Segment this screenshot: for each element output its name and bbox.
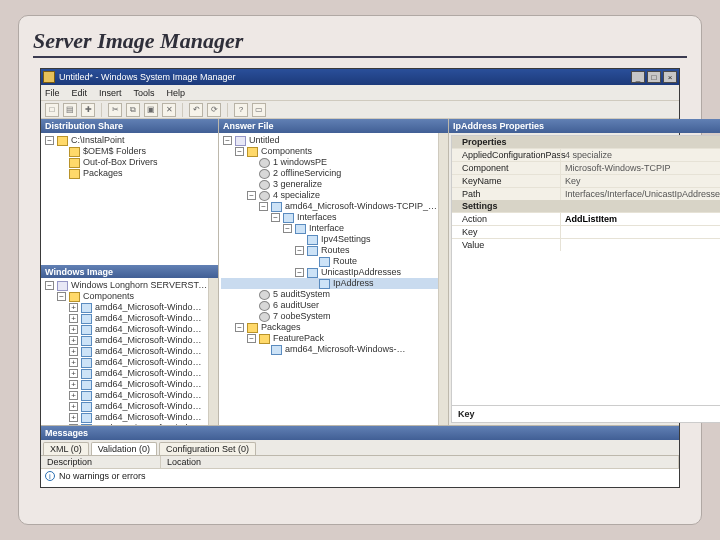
tree-node[interactable]: C:\InstalPoint bbox=[71, 135, 125, 146]
tree-node[interactable]: 6 auditUser bbox=[273, 300, 319, 311]
menu-help[interactable]: Help bbox=[167, 88, 186, 98]
tree-node[interactable]: Interface bbox=[309, 223, 344, 234]
expander-icon[interactable]: + bbox=[69, 413, 78, 422]
tree-node[interactable]: amd64_Microsoft-Windows-Intern… bbox=[95, 401, 208, 412]
menu-tools[interactable]: Tools bbox=[134, 88, 155, 98]
expander-icon[interactable]: + bbox=[69, 303, 78, 312]
tree-node[interactable]: Packages bbox=[83, 168, 123, 179]
messages-col-location[interactable]: Location bbox=[161, 456, 679, 468]
messages-tab-validation[interactable]: Validation (0) bbox=[91, 442, 157, 455]
expander-icon[interactable]: + bbox=[69, 402, 78, 411]
tree-node[interactable]: FeaturePack bbox=[273, 333, 324, 344]
tree-node[interactable]: Interfaces bbox=[297, 212, 337, 223]
toolbar-undo-icon[interactable]: ↶ bbox=[189, 103, 203, 117]
expander-icon[interactable]: + bbox=[69, 358, 78, 367]
prop-value: 4 specialize bbox=[560, 149, 720, 161]
toolbar-cut-icon[interactable]: ✂ bbox=[108, 103, 122, 117]
expander-icon[interactable]: − bbox=[235, 147, 244, 156]
tree-node[interactable]: amd64_Microsoft-Windows-Intern… bbox=[95, 412, 208, 423]
tree-node[interactable]: 1 windowsPE bbox=[273, 157, 327, 168]
expander-icon[interactable]: − bbox=[295, 246, 304, 255]
tree-node[interactable]: amd64_Microsoft-Windows-IE-ES… bbox=[95, 379, 208, 390]
tree-node[interactable]: Ipv4Settings bbox=[321, 234, 371, 245]
tree-node[interactable]: $OEM$ Folders bbox=[83, 146, 146, 157]
tree-node[interactable]: Untitled bbox=[249, 135, 280, 146]
toolbar-delete-icon[interactable]: ✕ bbox=[162, 103, 176, 117]
scrollbar[interactable] bbox=[438, 133, 448, 425]
tree-node[interactable]: amd64_Microsoft-Windows-… bbox=[285, 344, 406, 355]
expander-icon[interactable]: − bbox=[247, 191, 256, 200]
tree-node[interactable]: amd64_Microsoft-Windows-ErrorR… bbox=[95, 346, 208, 357]
toolbar-help-icon[interactable]: ? bbox=[234, 103, 248, 117]
minimize-button[interactable]: _ bbox=[631, 71, 645, 83]
toolbar-open-icon[interactable]: ▤ bbox=[63, 103, 77, 117]
scrollbar[interactable] bbox=[208, 278, 218, 425]
messages-tab-configset[interactable]: Configuration Set (0) bbox=[159, 442, 256, 455]
distribution-share-tree[interactable]: −C:\InstalPoint $OEM$ Folders Out-of-Box… bbox=[41, 133, 218, 265]
prop-value[interactable]: AddListItem bbox=[560, 213, 720, 225]
expander-icon[interactable]: + bbox=[69, 314, 78, 323]
tree-node[interactable]: amd64_Microsoft-Windows-Brow… bbox=[95, 302, 208, 313]
window-title: Untitled* - Windows System Image Manager bbox=[59, 72, 236, 82]
expander-icon[interactable]: − bbox=[45, 136, 54, 145]
expander-icon[interactable]: − bbox=[283, 224, 292, 233]
tree-node[interactable]: 3 generalize bbox=[273, 179, 322, 190]
toolbar-redo-icon[interactable]: ⟳ bbox=[207, 103, 221, 117]
tree-node[interactable]: amd64_Microsoft-Windows-Fax-S… bbox=[95, 357, 208, 368]
toolbar-new-icon[interactable]: □ bbox=[45, 103, 59, 117]
toolbar-paste-icon[interactable]: ▣ bbox=[144, 103, 158, 117]
tree-node[interactable]: amd64_Microsoft-Windows-TCPIP_neutral bbox=[285, 201, 438, 212]
expander-icon[interactable]: + bbox=[69, 325, 78, 334]
tree-node[interactable]: 4 specialize bbox=[273, 190, 320, 201]
expander-icon[interactable]: + bbox=[69, 391, 78, 400]
maximize-button[interactable]: □ bbox=[647, 71, 661, 83]
messages-col-description[interactable]: Description bbox=[41, 456, 161, 468]
tree-node[interactable]: amd64_Microsoft-Windows-Disk-I… bbox=[95, 324, 208, 335]
tree-node[interactable]: Components bbox=[261, 146, 312, 157]
menu-insert[interactable]: Insert bbox=[99, 88, 122, 98]
expander-icon[interactable]: + bbox=[69, 336, 78, 345]
tree-node[interactable]: 2 offlineServicing bbox=[273, 168, 341, 179]
tree-node[interactable]: Packages bbox=[261, 322, 301, 333]
properties-grid[interactable]: Properties AppliedConfigurationPass4 spe… bbox=[451, 135, 720, 423]
expander-icon[interactable]: − bbox=[223, 136, 232, 145]
tree-node[interactable]: Components bbox=[83, 291, 134, 302]
menu-edit[interactable]: Edit bbox=[72, 88, 88, 98]
prop-value[interactable] bbox=[560, 239, 720, 251]
expander-icon[interactable]: − bbox=[259, 202, 268, 211]
component-icon bbox=[271, 202, 282, 212]
tree-node[interactable]: amd64_Microsoft-Windows-Deplc… bbox=[95, 313, 208, 324]
answer-file-tree[interactable]: −Untitled −Components 1 windowsPE 2 offl… bbox=[219, 133, 438, 425]
toolbar-save-icon[interactable]: ✚ bbox=[81, 103, 95, 117]
tree-node[interactable]: 5 auditSystem bbox=[273, 289, 330, 300]
tree-node[interactable]: Windows Longhorn SERVERSTANDARD bbox=[71, 280, 208, 291]
messages-tab-xml[interactable]: XML (0) bbox=[43, 442, 89, 455]
windows-image-tree[interactable]: −Windows Longhorn SERVERSTANDARD −Compon… bbox=[41, 278, 208, 425]
toolbar-about-icon[interactable]: ▭ bbox=[252, 103, 266, 117]
middle-column: Answer File −Untitled −Components 1 wind… bbox=[219, 119, 449, 425]
tree-node[interactable]: UnicastIpAddresses bbox=[321, 267, 401, 278]
expander-icon[interactable]: + bbox=[69, 380, 78, 389]
tree-node[interactable]: Out-of-Box Drivers bbox=[83, 157, 158, 168]
tree-node[interactable]: amd64_Microsoft-Windows-IE-Inte… bbox=[95, 390, 208, 401]
expander-icon[interactable]: − bbox=[295, 268, 304, 277]
tree-node[interactable]: amd64_Microsoft-Windows-IE-Clie… bbox=[95, 368, 208, 379]
properties-category[interactable]: Properties bbox=[452, 136, 720, 148]
close-button[interactable]: × bbox=[663, 71, 677, 83]
tree-node[interactable]: Routes bbox=[321, 245, 350, 256]
expander-icon[interactable]: + bbox=[69, 347, 78, 356]
expander-icon[interactable]: − bbox=[271, 213, 280, 222]
expander-icon[interactable]: − bbox=[235, 323, 244, 332]
prop-value[interactable] bbox=[560, 226, 720, 238]
expander-icon[interactable]: − bbox=[247, 334, 256, 343]
tree-node[interactable]: 7 oobeSystem bbox=[273, 311, 331, 322]
expander-icon[interactable]: − bbox=[45, 281, 54, 290]
tree-node-selected[interactable]: IpAddress bbox=[333, 278, 374, 289]
tree-node[interactable]: Route bbox=[333, 256, 357, 267]
tree-node[interactable]: amd64_Microsoft-Windows-DNS-… bbox=[95, 335, 208, 346]
expander-icon[interactable]: + bbox=[69, 369, 78, 378]
toolbar-copy-icon[interactable]: ⧉ bbox=[126, 103, 140, 117]
properties-category[interactable]: Settings bbox=[452, 200, 720, 212]
expander-icon[interactable]: − bbox=[57, 292, 66, 301]
menu-file[interactable]: File bbox=[45, 88, 60, 98]
